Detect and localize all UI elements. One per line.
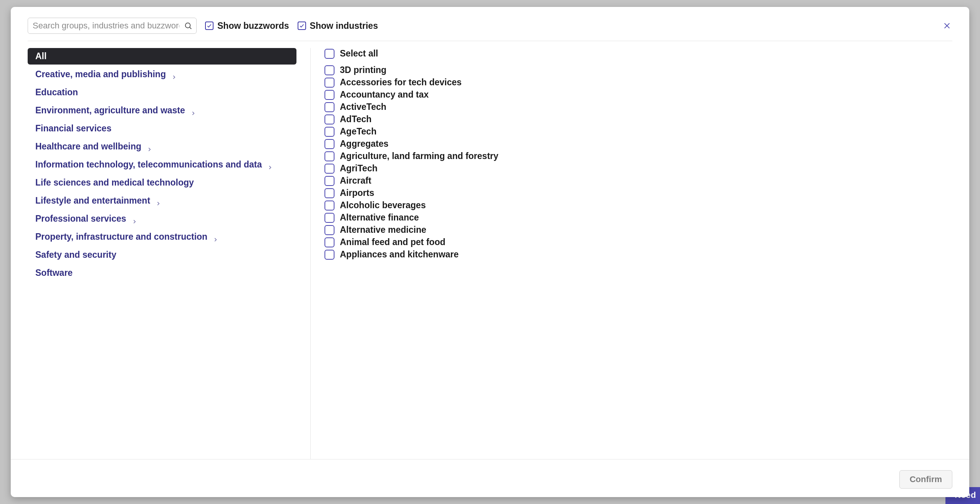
- option-item[interactable]: Aircraft: [324, 175, 952, 186]
- close-button[interactable]: [942, 20, 952, 31]
- option-item[interactable]: Airports: [324, 187, 952, 199]
- chevron-right-icon: [190, 108, 196, 113]
- option-item[interactable]: Alternative medicine: [324, 224, 952, 235]
- category-label: Information technology, telecommunicatio…: [35, 159, 262, 170]
- search-input[interactable]: [28, 18, 196, 33]
- category-item[interactable]: Professional services: [28, 211, 296, 227]
- checkbox-icon: [324, 90, 334, 100]
- dialog-header: Show buzzwords Show industries: [11, 7, 969, 41]
- option-item[interactable]: Aggregates: [324, 138, 952, 149]
- category-list: AllCreative, media and publishingEducati…: [28, 48, 296, 459]
- checkbox-icon: [324, 78, 334, 88]
- option-item[interactable]: ActiveTech: [324, 101, 952, 113]
- checkbox-icon: [324, 164, 334, 174]
- checkbox-icon: [298, 22, 306, 30]
- checkbox-icon: [324, 102, 334, 112]
- toggle-buzzwords-label: Show buzzwords: [217, 21, 289, 31]
- category-label: Healthcare and wellbeing: [35, 141, 141, 152]
- checkbox-icon: [324, 213, 334, 223]
- checkbox-icon: [324, 250, 334, 260]
- option-label: Appliances and kitchenware: [340, 249, 459, 260]
- option-item[interactable]: AgriTech: [324, 163, 952, 174]
- category-label: Lifestyle and entertainment: [35, 196, 150, 206]
- category-item[interactable]: Healthcare and wellbeing: [28, 138, 296, 155]
- dialog-footer: Confirm: [11, 459, 969, 497]
- checkbox-icon: [324, 188, 334, 198]
- category-item[interactable]: Lifestyle and entertainment: [28, 192, 296, 209]
- category-label: Safety and security: [35, 250, 116, 260]
- option-label: Accountancy and tax: [340, 90, 429, 100]
- category-label: Financial services: [35, 123, 111, 134]
- category-label: Property, infrastructure and constructio…: [35, 232, 207, 242]
- toggle-industries[interactable]: Show industries: [298, 21, 378, 31]
- dialog-body: AllCreative, media and publishingEducati…: [11, 41, 969, 459]
- confirm-button[interactable]: Confirm: [899, 470, 952, 489]
- option-item[interactable]: Alternative finance: [324, 212, 952, 223]
- chevron-right-icon: [132, 216, 137, 222]
- option-item[interactable]: 3D printing: [324, 65, 952, 76]
- category-item[interactable]: Creative, media and publishing: [28, 66, 296, 83]
- option-label: ActiveTech: [340, 102, 386, 112]
- chevron-right-icon: [171, 72, 177, 77]
- category-item[interactable]: Financial services: [28, 120, 296, 137]
- option-item[interactable]: Accountancy and tax: [324, 89, 952, 100]
- option-label: Aggregates: [340, 139, 389, 149]
- toggle-industries-label: Show industries: [310, 21, 378, 31]
- svg-point-0: [185, 23, 190, 28]
- category-item[interactable]: Life sciences and medical technology: [28, 174, 296, 191]
- select-all-option[interactable]: Select all: [324, 48, 952, 59]
- checkbox-icon: [324, 151, 334, 161]
- option-item[interactable]: AgeTech: [324, 126, 952, 137]
- option-label: AdTech: [340, 114, 372, 124]
- category-item[interactable]: Property, infrastructure and constructio…: [28, 229, 296, 245]
- category-label: Creative, media and publishing: [35, 69, 166, 80]
- category-label: Environment, agriculture and waste: [35, 105, 185, 116]
- option-item[interactable]: Agriculture, land farming and forestry: [324, 151, 952, 162]
- option-label: Airports: [340, 188, 374, 198]
- category-item[interactable]: Software: [28, 265, 296, 281]
- category-label: All: [35, 51, 46, 61]
- chevron-right-icon: [267, 162, 273, 167]
- option-label: AgriTech: [340, 163, 377, 174]
- category-item[interactable]: Environment, agriculture and waste: [28, 102, 296, 119]
- option-label: Aircraft: [340, 176, 371, 186]
- option-item[interactable]: Appliances and kitchenware: [324, 249, 952, 260]
- category-label: Professional services: [35, 214, 126, 224]
- option-item[interactable]: Accessories for tech devices: [324, 77, 952, 88]
- option-label: Select all: [340, 48, 378, 59]
- search-field-wrap: [28, 18, 197, 34]
- checkbox-icon: [324, 127, 334, 137]
- chevron-right-icon: [147, 144, 152, 149]
- option-label: AgeTech: [340, 126, 376, 137]
- chevron-right-icon: [213, 234, 218, 240]
- option-label: Alternative finance: [340, 212, 419, 223]
- category-label: Education: [35, 87, 78, 98]
- category-item[interactable]: Education: [28, 84, 296, 101]
- checkbox-icon: [324, 49, 334, 59]
- category-label: Software: [35, 268, 73, 278]
- svg-line-1: [190, 27, 191, 29]
- column-divider: [310, 48, 311, 459]
- checkbox-icon: [324, 65, 334, 75]
- option-item[interactable]: Alcoholic beverages: [324, 200, 952, 211]
- option-label: Agriculture, land farming and forestry: [340, 151, 498, 161]
- option-item[interactable]: AdTech: [324, 114, 952, 125]
- option-label: Accessories for tech devices: [340, 77, 462, 88]
- option-label: Animal feed and pet food: [340, 237, 445, 247]
- checkbox-icon: [205, 22, 214, 30]
- checkbox-icon: [324, 225, 334, 235]
- category-item[interactable]: Information technology, telecommunicatio…: [28, 156, 296, 173]
- chevron-right-icon: [156, 198, 161, 204]
- option-item[interactable]: Animal feed and pet food: [324, 237, 952, 248]
- checkbox-icon: [324, 139, 334, 149]
- checkbox-icon: [324, 114, 334, 124]
- options-list: Select all3D printingAccessories for tec…: [324, 48, 952, 263]
- category-label: Life sciences and medical technology: [35, 177, 194, 188]
- toggle-buzzwords[interactable]: Show buzzwords: [205, 21, 289, 31]
- category-item[interactable]: Safety and security: [28, 247, 296, 263]
- filter-dialog: Show buzzwords Show industries AllCreati…: [11, 7, 969, 497]
- checkbox-icon: [324, 201, 334, 211]
- category-item[interactable]: All: [28, 48, 296, 65]
- checkbox-icon: [324, 176, 334, 186]
- options-panel: Select all3D printingAccessories for tec…: [324, 48, 952, 459]
